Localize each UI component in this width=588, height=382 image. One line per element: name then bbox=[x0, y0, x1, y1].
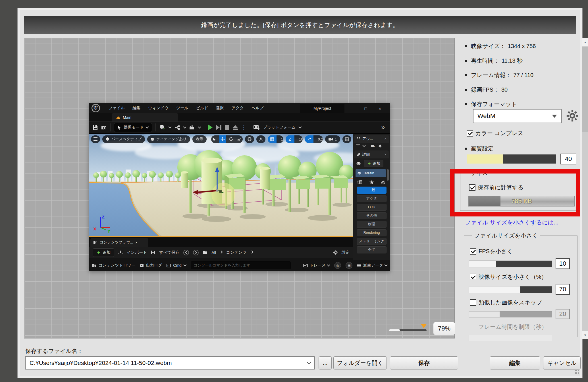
zoom-marker-icon[interactable] bbox=[421, 324, 427, 328]
move-tool[interactable] bbox=[219, 135, 226, 143]
world-local-toggle[interactable] bbox=[245, 135, 254, 143]
scale-tool[interactable] bbox=[236, 135, 242, 143]
menu-window[interactable]: ウィンドウ bbox=[148, 106, 169, 111]
skip-button[interactable] bbox=[216, 125, 221, 130]
resize-grip[interactable] bbox=[575, 370, 579, 374]
lit-dropdown[interactable]: ライティングあり bbox=[147, 135, 190, 143]
category-all[interactable]: 全て bbox=[357, 246, 387, 253]
close-icon[interactable]: × bbox=[384, 137, 387, 141]
grid-snap-control[interactable]: 10 bbox=[268, 135, 283, 143]
scale-reduce-row[interactable]: 映像サイズを小さく（%） bbox=[470, 273, 547, 281]
scale-slider[interactable] bbox=[469, 286, 552, 293]
back-icon[interactable] bbox=[183, 250, 189, 255]
derived-data-label[interactable]: 派生データ bbox=[363, 263, 383, 268]
stop-button[interactable] bbox=[225, 125, 229, 130]
cancel-button[interactable]: キャンセル bbox=[543, 356, 581, 369]
show-dropdown[interactable]: 表示 bbox=[192, 135, 207, 143]
path-folder[interactable]: コンテンツ bbox=[226, 250, 247, 255]
save-button[interactable]: 保存 bbox=[390, 356, 458, 369]
category-physics[interactable]: 物理 bbox=[357, 221, 387, 228]
viewport-layout-button[interactable] bbox=[342, 135, 351, 143]
menu-build[interactable]: ビルド bbox=[196, 106, 208, 111]
add-item-icon[interactable]: + bbox=[371, 144, 375, 148]
outliner-settings-icon[interactable] bbox=[378, 144, 382, 148]
search-table-icon[interactable] bbox=[357, 180, 362, 184]
menu-tools[interactable]: ツール bbox=[176, 106, 188, 111]
content-browser-tab[interactable]: コンテンツブラウ... × bbox=[90, 238, 148, 247]
toolbar-overflow-chevrons[interactable]: » bbox=[381, 124, 385, 131]
fps-reduce-row[interactable]: FPSを小さく bbox=[470, 247, 513, 255]
fps-slider[interactable] bbox=[469, 261, 552, 267]
format-settings-gear-icon[interactable] bbox=[566, 110, 579, 122]
browse-button[interactable]: ... bbox=[319, 356, 332, 369]
format-select[interactable]: WebM bbox=[473, 109, 562, 123]
content-drawer-label[interactable]: コンテンツドロワー bbox=[99, 263, 135, 268]
import-icon[interactable] bbox=[118, 250, 123, 255]
perspective-dropdown[interactable]: パースペクティブ bbox=[102, 135, 145, 143]
color-compress-row[interactable]: カラー コンプレス bbox=[467, 129, 523, 137]
close-icon[interactable]: × bbox=[135, 240, 138, 245]
filename-combobox[interactable]: C:¥Users¥saijo¥Desktop¥2024-01-14 11-50-… bbox=[25, 356, 315, 369]
chevron-down-icon[interactable] bbox=[198, 125, 201, 129]
category-actor[interactable]: アクタ bbox=[357, 195, 387, 202]
menu-help[interactable]: ヘルプ bbox=[252, 106, 264, 111]
output-log-label[interactable]: 出力ログ bbox=[146, 263, 162, 268]
scale-snap-control[interactable]: 0.25 bbox=[305, 135, 323, 143]
content-add-button[interactable]: ＋ 追加 bbox=[93, 248, 114, 257]
quality-slider[interactable] bbox=[467, 154, 556, 164]
settings-label[interactable]: 設定 bbox=[342, 250, 350, 255]
fps-reduce-checkbox[interactable] bbox=[470, 248, 476, 255]
color-compress-checkbox[interactable] bbox=[467, 130, 473, 137]
calc-before-save-row[interactable]: 保存前に計算する bbox=[469, 184, 523, 191]
select-tool[interactable] bbox=[211, 135, 217, 143]
browse-content-icon[interactable] bbox=[101, 125, 107, 130]
preview-zoom-slider[interactable] bbox=[389, 329, 427, 331]
play-options-kebab-icon[interactable]: ⋮ bbox=[241, 125, 246, 130]
save-all-icon[interactable] bbox=[151, 250, 155, 255]
cinematics-icon[interactable] bbox=[189, 125, 195, 130]
close-button[interactable]: × bbox=[376, 105, 384, 112]
details-tab[interactable]: 詳細 × bbox=[354, 150, 389, 158]
chevron-down-icon[interactable] bbox=[168, 125, 171, 129]
path-root[interactable]: All bbox=[211, 250, 216, 255]
favorites-star-icon[interactable] bbox=[369, 180, 374, 184]
sidebar-scrollbar[interactable]: ▲ ▼ bbox=[582, 38, 588, 339]
save-icon[interactable] bbox=[93, 125, 98, 130]
menu-file[interactable]: ファイル bbox=[109, 106, 125, 111]
surface-snap-toggle[interactable] bbox=[256, 135, 265, 143]
rotate-tool[interactable] bbox=[228, 135, 234, 143]
insights-icon[interactable]: ◍ bbox=[334, 262, 341, 269]
menu-edit[interactable]: 編集 bbox=[132, 106, 140, 111]
filter-icon[interactable] bbox=[356, 144, 360, 148]
category-streaming[interactable]: ストリーミング bbox=[357, 238, 387, 245]
scale-value-box[interactable]: 70 bbox=[556, 284, 570, 295]
calc-before-save-checkbox[interactable] bbox=[469, 184, 475, 191]
fps-value-box[interactable]: 10 bbox=[556, 258, 570, 269]
chevron-down-icon[interactable] bbox=[183, 125, 186, 129]
camera-speed-control[interactable]: 1 bbox=[325, 135, 340, 143]
forward-icon[interactable] bbox=[193, 250, 199, 255]
details-add-button[interactable]: ＋ 追加 bbox=[364, 160, 383, 167]
reduce-size-link[interactable]: ファイル サイズを小さくするには... bbox=[465, 219, 558, 226]
panel-scrollbar-thumb[interactable] bbox=[387, 169, 389, 181]
trace-label[interactable]: トレース bbox=[309, 263, 326, 268]
viewport-3d[interactable]: Z Y X bbox=[89, 134, 353, 237]
save-all-label[interactable]: すべて保存 bbox=[159, 250, 179, 255]
scroll-down-icon[interactable]: ▼ bbox=[582, 331, 588, 339]
blueprints-icon[interactable] bbox=[174, 125, 180, 130]
cmd-label[interactable]: Cmd bbox=[173, 263, 182, 268]
preview-area[interactable]: U ファイル 編集 ウィンドウ ツール ビルド 選択 アクタ ヘルプ MyPro… bbox=[24, 38, 455, 338]
menu-select[interactable]: 選択 bbox=[216, 106, 224, 111]
viewport-options-menu[interactable] bbox=[91, 135, 100, 143]
category-misc[interactable]: その他 bbox=[357, 212, 387, 219]
skip-similar-row[interactable]: 類似した画像をスキップ bbox=[470, 299, 542, 306]
settings-gear-icon[interactable] bbox=[333, 250, 338, 255]
outliner-tab[interactable]: アウ... × bbox=[354, 135, 389, 143]
scroll-up-icon[interactable]: ▲ bbox=[582, 38, 588, 46]
scrollbar-thumb[interactable] bbox=[582, 47, 588, 132]
quality-value-box[interactable]: 40 bbox=[560, 154, 576, 164]
import-label[interactable]: インポート bbox=[127, 250, 147, 255]
edit-button[interactable]: 編集 bbox=[490, 356, 540, 369]
category-rendering[interactable]: Rendering bbox=[357, 229, 387, 236]
selected-actor-item[interactable]: Terrain bbox=[356, 169, 386, 177]
